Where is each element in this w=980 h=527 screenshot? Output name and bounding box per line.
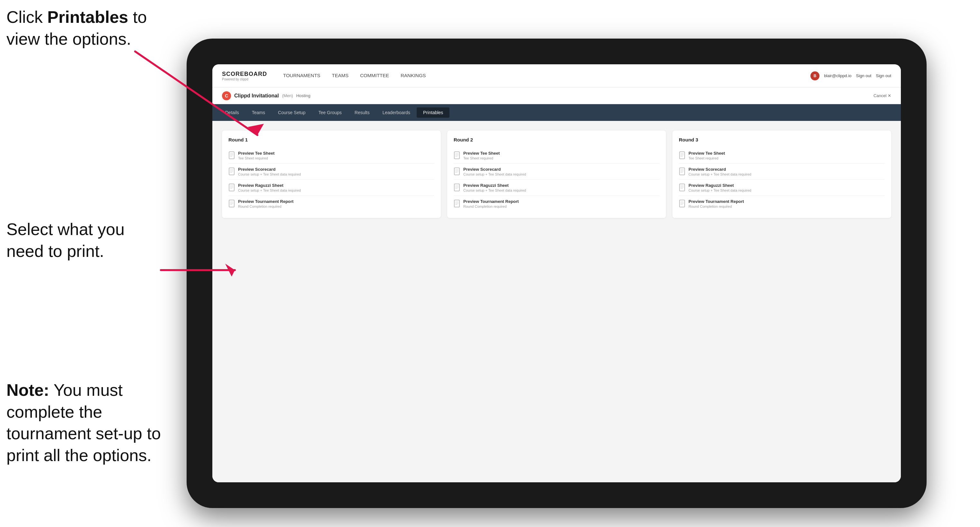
sign-out-text[interactable]: Sign out [876, 73, 891, 78]
tournament-tag: (Men) [282, 93, 293, 98]
top-nav-right: B blair@clippd.io Sign out Sign out [810, 71, 891, 80]
main-content: Round 1 Preview Tee Sheet [212, 121, 901, 482]
r2-tee-sheet-icon [453, 151, 460, 159]
round-3-title: Round 3 [679, 137, 885, 143]
round3-scorecard-subtitle: Course setup + Tee Sheet data required [689, 172, 751, 176]
round2-raguzzi-text: Preview Raguzzi Sheet Course setup + Tee… [463, 183, 526, 192]
round2-tee-sheet-title: Preview Tee Sheet [463, 151, 500, 156]
svg-rect-44 [679, 184, 685, 191]
top-navigation: SCOREBOARD Powered by clippd TOURNAMENTS… [212, 64, 901, 87]
nav-committee[interactable]: COMMITTEE [360, 73, 389, 79]
round2-tournament-report-text: Preview Tournament Report Round Completi… [463, 199, 519, 208]
round3-tournament-report-text: Preview Tournament Report Round Completi… [689, 199, 744, 208]
arrow-top [97, 32, 283, 154]
r2-scorecard-icon [453, 168, 460, 175]
round2-scorecard-title: Preview Scorecard [463, 167, 526, 172]
round1-scorecard-subtitle: Course setup + Tee Sheet data required [238, 172, 301, 176]
round3-tee-sheet-subtitle: Tee Sheet required [689, 156, 725, 160]
r3-raguzzi-icon [679, 184, 685, 191]
svg-rect-28 [454, 184, 460, 191]
round2-scorecard-text: Preview Scorecard Course setup + Tee She… [463, 167, 526, 176]
cancel-button[interactable]: Cancel ✕ [873, 93, 891, 98]
tournament-header: C Clippd Invitational (Men) Hosting Canc… [212, 87, 901, 104]
user-email: blair@clippd.io [824, 73, 851, 78]
note-bold: Note: [6, 381, 49, 399]
scorecard-icon [228, 168, 235, 175]
round2-tee-sheet[interactable]: Preview Tee Sheet Tee Sheet required [453, 148, 660, 163]
nav-teams[interactable]: TEAMS [332, 73, 349, 79]
r3-tee-sheet-icon [679, 151, 685, 159]
svg-rect-24 [454, 168, 460, 175]
round1-tournament-report-subtitle: Round Completion required [238, 205, 293, 208]
round1-tournament-report-text: Preview Tournament Report Round Completi… [238, 199, 293, 208]
round2-tee-sheet-text: Preview Tee Sheet Tee Sheet required [463, 151, 500, 160]
svg-rect-8 [229, 168, 234, 175]
round1-scorecard-text: Preview Scorecard Course setup + Tee She… [238, 167, 301, 176]
svg-rect-12 [229, 184, 234, 191]
tab-navigation: Details Teams Course Setup Tee Groups Re… [212, 104, 901, 121]
r3-scorecard-icon [679, 168, 685, 175]
round3-raguzzi-text: Preview Raguzzi Sheet Course setup + Tee… [689, 183, 751, 192]
tournament-report-icon [228, 200, 235, 207]
round2-tournament-report-title: Preview Tournament Report [463, 199, 519, 204]
round2-tournament-report[interactable]: Preview Tournament Report Round Completi… [453, 196, 660, 211]
svg-rect-40 [679, 168, 685, 175]
round2-raguzzi-subtitle: Course setup + Tee Sheet data required [463, 189, 526, 192]
round-3-column: Round 3 Preview Tee Sheet [673, 130, 891, 218]
round3-tournament-report-title: Preview Tournament Report [689, 199, 744, 204]
round1-raguzzi-title: Preview Raguzzi Sheet [238, 183, 301, 188]
round1-tournament-report-title: Preview Tournament Report [238, 199, 293, 204]
round2-tournament-report-subtitle: Round Completion required [463, 205, 519, 208]
sign-out-link[interactable]: Sign out [856, 73, 872, 78]
rounds-container: Round 1 Preview Tee Sheet [222, 130, 891, 218]
svg-rect-36 [679, 152, 685, 159]
round3-scorecard-text: Preview Scorecard Course setup + Tee She… [689, 167, 751, 176]
tablet-screen: SCOREBOARD Powered by clippd TOURNAMENTS… [212, 64, 901, 482]
r2-raguzzi-icon [453, 184, 460, 191]
tab-results[interactable]: Results [348, 107, 376, 118]
round3-tournament-report[interactable]: Preview Tournament Report Round Completi… [679, 196, 885, 211]
tab-leaderboards[interactable]: Leaderboards [376, 107, 417, 118]
nav-rankings[interactable]: RANKINGS [401, 73, 426, 79]
tab-tee-groups[interactable]: Tee Groups [312, 107, 348, 118]
round2-scorecard-subtitle: Course setup + Tee Sheet data required [463, 172, 526, 176]
round3-tee-sheet-title: Preview Tee Sheet [689, 151, 725, 156]
round1-raguzzi-subtitle: Course setup + Tee Sheet data required [238, 189, 301, 192]
round1-scorecard-title: Preview Scorecard [238, 167, 301, 172]
top-nav-links: TOURNAMENTS TEAMS COMMITTEE RANKINGS [283, 73, 810, 79]
round1-raguzzi-text: Preview Raguzzi Sheet Course setup + Tee… [238, 183, 301, 192]
round3-raguzzi[interactable]: Preview Raguzzi Sheet Course setup + Tee… [679, 180, 885, 196]
printables-bold: Printables [47, 8, 128, 26]
round3-tee-sheet[interactable]: Preview Tee Sheet Tee Sheet required [679, 148, 885, 163]
tournament-status: Hosting [296, 93, 310, 98]
nav-tournaments[interactable]: TOURNAMENTS [283, 73, 320, 79]
round1-raguzzi[interactable]: Preview Raguzzi Sheet Course setup + Tee… [228, 180, 434, 196]
round1-scorecard[interactable]: Preview Scorecard Course setup + Tee She… [228, 163, 434, 180]
round3-scorecard-title: Preview Scorecard [689, 167, 751, 172]
user-avatar: B [810, 71, 819, 80]
svg-rect-20 [454, 152, 460, 159]
r3-tournament-report-icon [679, 200, 685, 207]
svg-rect-48 [679, 200, 685, 207]
arrow-middle [148, 244, 251, 296]
round-2-column: Round 2 Preview Tee Sheet [447, 130, 666, 218]
round1-tournament-report[interactable]: Preview Tournament Report Round Completi… [228, 196, 434, 211]
tab-printables[interactable]: Printables [417, 107, 449, 118]
round2-scorecard[interactable]: Preview Scorecard Course setup + Tee She… [453, 163, 660, 180]
round3-tee-sheet-text: Preview Tee Sheet Tee Sheet required [689, 151, 725, 160]
round3-raguzzi-title: Preview Raguzzi Sheet [689, 183, 751, 188]
svg-rect-16 [229, 200, 234, 207]
r2-tournament-report-icon [453, 200, 460, 207]
tablet-device: SCOREBOARD Powered by clippd TOURNAMENTS… [187, 38, 927, 508]
svg-rect-32 [454, 200, 460, 207]
raguzzi-icon [228, 184, 235, 191]
round1-tee-sheet-subtitle: Tee Sheet required [238, 156, 274, 160]
round3-scorecard[interactable]: Preview Scorecard Course setup + Tee She… [679, 163, 885, 180]
annotation-bottom: Note: You must complete the tournament s… [6, 379, 174, 466]
round3-raguzzi-subtitle: Course setup + Tee Sheet data required [689, 189, 751, 192]
round2-raguzzi-title: Preview Raguzzi Sheet [463, 183, 526, 188]
round2-raguzzi[interactable]: Preview Raguzzi Sheet Course setup + Tee… [453, 180, 660, 196]
round3-tournament-report-subtitle: Round Completion required [689, 205, 744, 208]
svg-line-0 [135, 51, 258, 135]
round-2-title: Round 2 [453, 137, 660, 143]
